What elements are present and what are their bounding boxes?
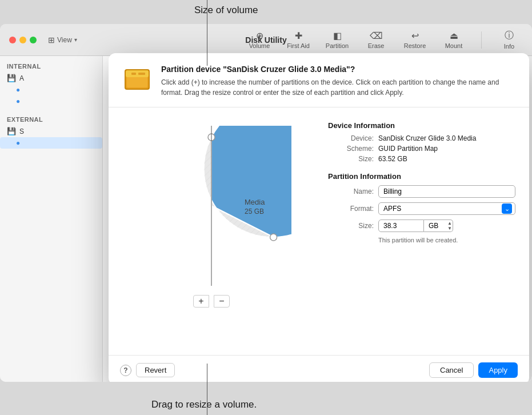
view-chevron: ▾: [74, 37, 77, 43]
pie-section: Billing 38.3 GB Media 25 GB: [109, 117, 314, 346]
partition-name-row: Name:: [328, 185, 515, 198]
remove-partition-button[interactable]: −: [214, 295, 230, 308]
sidebar-ext-sub-icon: ●: [16, 139, 20, 147]
app-window: ⊞ View ▾ Disk Utility ⊕ Volume ✚ First A…: [0, 0, 532, 415]
partition-info-group: Partition Information Name: Format:: [328, 172, 515, 244]
size-input-row: Size: GB MB TB: [328, 220, 515, 232]
scheme-label: Scheme:: [328, 145, 374, 153]
internal-section-label: Internal: [0, 61, 102, 72]
size-unit-wrapper: GB MB TB ▲ ▼: [424, 220, 453, 232]
erase-label: Erase: [368, 42, 385, 49]
sidebar-sub-icon-1: ●: [16, 86, 20, 94]
format-label: Format:: [328, 205, 374, 213]
dialog-title: Partition device "SanDisk Cruzer Glide 3…: [161, 65, 515, 74]
footer-left: ? Revert: [120, 363, 175, 377]
device-label: Device:: [328, 134, 374, 142]
device-value: SanDisk Cruzer Glide 3.0 Media: [378, 134, 476, 142]
scheme-value: GUID Partition Map: [378, 145, 438, 153]
format-select[interactable]: APFS Mac OS Extended (Journaled) ExFAT M…: [378, 202, 515, 215]
sidebar-item-s: S: [19, 127, 24, 135]
maximize-button[interactable]: [30, 37, 37, 43]
restore-btn[interactable]: ↩ Restore: [401, 30, 429, 49]
sidebar-sub-icon-2: ●: [16, 97, 20, 105]
partition-name-label: Name:: [328, 187, 374, 195]
firstaid-btn[interactable]: ✚ First Aid: [285, 30, 312, 49]
sidebar-item-sub-1[interactable]: ●: [0, 84, 102, 95]
billing-slice[interactable]: [211, 126, 291, 237]
partition-icon: ◧: [333, 30, 342, 41]
stepper-down[interactable]: ▼: [447, 226, 452, 231]
media-text: Media: [245, 198, 265, 206]
sidebar-item-sub-ext[interactable]: ●: [0, 137, 102, 149]
device-row: Device: SanDisk Cruzer Glide 3.0 Media: [328, 134, 515, 142]
handle-bottom[interactable]: [270, 234, 277, 241]
mount-icon: ⏏: [450, 30, 458, 41]
partition-size-input[interactable]: [378, 220, 424, 232]
sidebar-item-external-disk[interactable]: 💾 S: [0, 125, 102, 137]
info-section: Device Information Device: SanDisk Cruze…: [314, 117, 529, 346]
sidebar-item-internal-disk[interactable]: 💾 A: [0, 72, 102, 84]
sidebar-disk-icon: 💾: [7, 74, 16, 82]
sidebar: Internal 💾 A ● ● External 💾: [0, 56, 103, 382]
revert-button[interactable]: Revert: [136, 363, 175, 377]
sidebar-ext-disk-icon: 💾: [7, 127, 16, 135]
minimize-button[interactable]: [19, 37, 26, 43]
partition-label: Partition: [326, 42, 349, 49]
mount-btn[interactable]: ⏏ Mount: [440, 30, 467, 49]
view-control[interactable]: ⊞ View ▾: [48, 35, 77, 45]
view-label: View: [57, 36, 72, 44]
mount-label: Mount: [445, 42, 463, 49]
firstaid-icon: ✚: [295, 30, 302, 41]
cancel-button[interactable]: Cancel: [429, 362, 474, 378]
device-info-group: Device Information Device: SanDisk Cruze…: [328, 121, 515, 163]
pie-controls: + −: [193, 295, 230, 308]
stepper-up[interactable]: ▲: [447, 221, 452, 226]
media-size-text: 25 GB: [245, 207, 264, 216]
top-annotation: Size of volume: [194, 5, 258, 16]
svg-rect-5: [138, 73, 145, 75]
partition-note: This partition will be created.: [378, 237, 515, 244]
partition-btn[interactable]: ◧ Partition: [323, 30, 351, 49]
info-label: Info: [504, 43, 514, 50]
restore-label: Restore: [404, 42, 426, 49]
help-button[interactable]: ?: [120, 365, 131, 376]
disk-svg-icon: [122, 65, 152, 94]
sidebar-item-a: A: [19, 74, 24, 82]
dialog-header: Partition device "SanDisk Cruzer Glide 3…: [109, 53, 529, 107]
erase-btn[interactable]: ⌫ Erase: [362, 30, 390, 49]
dialog-container: Partition device "SanDisk Cruzer Glide 3…: [109, 62, 498, 376]
app-title: Disk Utility: [245, 35, 286, 45]
traffic-lights: [9, 37, 37, 43]
bottom-annotation: Drag to resize a volume.: [151, 399, 257, 410]
external-section: External 💾 S ●: [0, 114, 102, 149]
external-section-label: External: [0, 114, 102, 125]
pie-chart: Billing 38.3 GB Media 25 GB: [131, 126, 291, 286]
apply-button[interactable]: Apply: [478, 362, 518, 378]
dialog-footer: ? Revert Cancel Apply: [109, 355, 529, 382]
dialog-body: Billing 38.3 GB Media 25 GB: [109, 107, 529, 355]
billing-size-text: 38.3 GB: [193, 243, 218, 251]
bottom-annotation-line: [207, 364, 207, 415]
format-select-wrapper: APFS Mac OS Extended (Journaled) ExFAT M…: [378, 202, 515, 215]
close-button[interactable]: [9, 37, 16, 43]
info-btn[interactable]: ⓘ Info: [495, 30, 523, 50]
partition-name-input[interactable]: [378, 185, 515, 198]
dialog-header-text: Partition device "SanDisk Cruzer Glide 3…: [161, 65, 515, 98]
app-toolbar: ⊞ View ▾ Disk Utility ⊕ Volume ✚ First A…: [0, 24, 532, 56]
info-icon: ⓘ: [505, 30, 514, 42]
toolbar-actions: ⊕ Volume ✚ First Aid ◧ Partition ⌫ Erase…: [246, 30, 523, 50]
billing-text: Billing: [197, 233, 220, 242]
device-info-title: Device Information: [328, 121, 515, 130]
firstaid-label: First Aid: [287, 42, 310, 49]
add-partition-button[interactable]: +: [193, 295, 209, 308]
sidebar-item-sub-2[interactable]: ●: [0, 95, 102, 107]
size-stepper[interactable]: ▲ ▼: [447, 221, 452, 231]
erase-icon: ⌫: [370, 30, 383, 41]
top-annotation-line: [207, 0, 207, 66]
pie-container: Billing 38.3 GB Media 25 GB: [131, 126, 291, 286]
dialog-description: Click add (+) to increase the number of …: [161, 77, 515, 98]
restore-icon: ↩: [411, 30, 419, 41]
format-row: Format: APFS Mac OS Extended (Journaled)…: [328, 202, 515, 215]
main-content: Internal 💾 A ● ● External 💾: [0, 56, 532, 382]
content-body: 2 GB 2 Disk disk2: [103, 56, 532, 382]
